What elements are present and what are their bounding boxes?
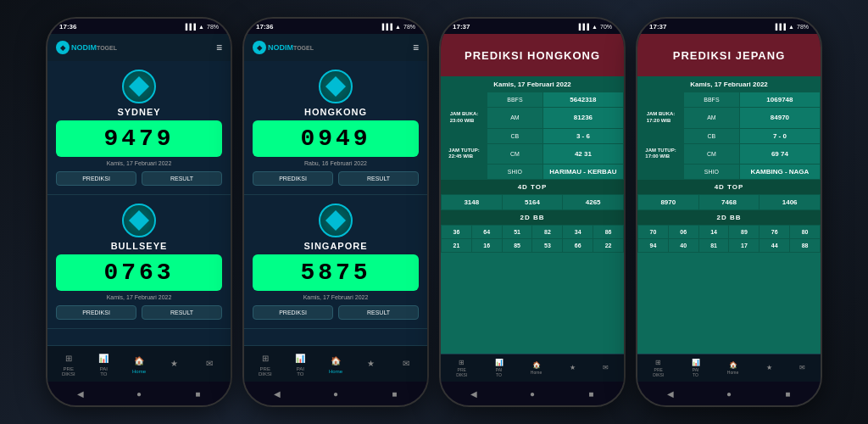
result-button[interactable]: RESULT: [338, 305, 419, 320]
nav-home[interactable]: 🏠 Home: [329, 354, 342, 374]
prediksi-content: Kamis, 17 Februari 2022BBFS1069748JAM BU…: [637, 76, 821, 354]
nav-msg-icon: ✉: [603, 364, 609, 371]
prediksi-button[interactable]: PREDIKSI: [56, 171, 136, 186]
nav-msg-icon: ✉: [399, 356, 413, 370]
nav-fav[interactable]: ★: [364, 356, 378, 371]
pred-empty-label: [637, 129, 684, 143]
4d-top-cell: 8970: [638, 195, 698, 209]
nav-home[interactable]: 🏠 Home: [727, 361, 738, 375]
signal-icon: ▐▐▐: [773, 24, 786, 30]
phone-sydney: 17:36 ▐▐▐ ▲ 78% ◆ NODIMTOGEL ≡ SYDNEY 94…: [46, 17, 232, 407]
back-button[interactable]: ◀: [465, 385, 482, 402]
4d-top-grid: 897074681406: [637, 194, 821, 210]
number-display: 9479: [56, 120, 222, 157]
nav-prediksi-icon: ⊞: [459, 359, 465, 366]
prediksi-button[interactable]: PREDIKSI: [56, 305, 136, 320]
2d-bb-cell: 64: [472, 226, 502, 238]
recent-button[interactable]: ■: [779, 385, 796, 402]
result-number: 9479: [103, 126, 174, 152]
pred-info-row: CB7 - 0: [637, 129, 821, 144]
pred-info-row: BBFS1069748: [637, 92, 821, 108]
nav-prediksi-icon: ⊞: [62, 351, 75, 365]
nav-prediksi[interactable]: ⊞ PRE DIKSI: [62, 351, 75, 377]
result-button[interactable]: RESULT: [142, 305, 222, 320]
game-card: SINGAPORE 5875 Kamis, 17 Februari 2022 P…: [244, 195, 427, 329]
pred-col2: 69 74: [740, 144, 821, 165]
2d-bb-cell: 40: [669, 239, 698, 252]
pred-info-row: BBFS5642318: [441, 92, 624, 108]
pred-col1: BBFS: [487, 92, 543, 107]
status-time: 17:37: [649, 23, 666, 31]
nav-paito[interactable]: 📊 PAI TO: [97, 351, 110, 377]
home-button[interactable]: ●: [327, 385, 344, 402]
pred-info-row: SHIOKAMBING - NAGA: [637, 165, 821, 180]
back-button[interactable]: ◀: [269, 385, 286, 402]
home-button[interactable]: ●: [524, 385, 541, 402]
nav-paito-icon: 📊: [97, 351, 110, 365]
nav-paito-label: PAI TO: [100, 366, 108, 377]
pred-date-bar: Kamis, 17 Februari 2022: [637, 76, 821, 92]
nav-msg[interactable]: ✉: [799, 364, 805, 372]
prediksi-header: PREDIKSI JEPANG: [637, 34, 821, 76]
nav-msg-icon: ✉: [203, 356, 216, 370]
pred-col1: CB: [487, 129, 543, 143]
nav-paito-icon: 📊: [495, 359, 504, 366]
nav-fav-icon: ★: [766, 364, 772, 371]
nav-paito[interactable]: 📊 PAI TO: [692, 359, 700, 377]
pred-date-bar: Kamis, 17 Februari 2022: [441, 76, 624, 92]
2d-bb-header: 2D BB: [637, 210, 821, 225]
nav-paito-label: PAI TO: [693, 367, 699, 377]
recent-button[interactable]: ■: [582, 385, 599, 402]
2d-bb-cell: 44: [760, 239, 789, 252]
back-button[interactable]: ◀: [662, 385, 679, 402]
result-number: 5875: [300, 259, 370, 286]
nav-msg[interactable]: ✉: [399, 356, 413, 371]
prediksi-button[interactable]: PREDIKSI: [253, 305, 333, 320]
4d-top-cell: 5164: [503, 195, 563, 209]
bottom-nav: ⊞ PRE DIKSI 📊 PAI TO 🏠 Home ★ ✉: [441, 354, 624, 382]
nav-home[interactable]: 🏠 Home: [132, 354, 146, 374]
nav-fav[interactable]: ★: [168, 356, 181, 371]
4d-top-cell: 1406: [760, 195, 820, 209]
nav-prediksi[interactable]: ⊞ PRE DIKSI: [456, 359, 467, 377]
nav-home[interactable]: 🏠 Home: [531, 361, 542, 375]
back-button[interactable]: ◀: [72, 385, 89, 402]
pred-info-row: CB3 - 6: [441, 129, 624, 144]
nav-prediksi-label: PRE DIKSI: [653, 367, 664, 377]
pred-col2: KAMBING - NAGA: [740, 165, 821, 179]
nav-msg[interactable]: ✉: [603, 364, 609, 372]
result-number: 0763: [103, 259, 174, 286]
nav-paito[interactable]: 📊 PAI TO: [293, 351, 307, 377]
4d-top-cell: 4265: [563, 195, 623, 209]
logo-label: NODIMTOGEL: [268, 43, 314, 52]
result-button[interactable]: RESULT: [338, 171, 419, 186]
battery-icon: 78%: [797, 24, 809, 30]
home-button[interactable]: ●: [721, 385, 737, 402]
nav-fav[interactable]: ★: [766, 364, 772, 372]
phone-hongkong: 17:36 ▐▐▐ ▲ 78% ◆ NODIMTOGEL ≡ HONGKONG …: [242, 17, 429, 407]
game-icon: [122, 204, 156, 237]
game-date: Kamis, 17 Februari 2022: [107, 294, 172, 300]
pred-col2: 84970: [740, 108, 821, 128]
wifi-icon: ▲: [592, 24, 598, 30]
home-button[interactable]: ●: [131, 385, 147, 402]
2d-bb-cell: 14: [699, 226, 729, 238]
recent-button[interactable]: ■: [386, 385, 403, 402]
nav-prediksi[interactable]: ⊞ PRE DIKSI: [653, 359, 664, 377]
status-right: ▐▐▐ ▲ 78%: [773, 24, 809, 30]
hamburger-menu[interactable]: ≡: [216, 42, 222, 53]
recent-button[interactable]: ■: [189, 385, 206, 402]
nav-fav[interactable]: ★: [570, 364, 576, 372]
nav-msg[interactable]: ✉: [203, 356, 216, 371]
pred-empty-label: [637, 165, 684, 179]
nav-prediksi[interactable]: ⊞ PRE DIKSI: [259, 351, 272, 377]
pred-empty-label: [441, 92, 487, 107]
hamburger-menu[interactable]: ≡: [413, 42, 419, 53]
nav-paito[interactable]: 📊 PAI TO: [495, 359, 504, 377]
result-button[interactable]: RESULT: [142, 171, 222, 186]
pred-col1: CM: [684, 144, 740, 165]
pred-empty-label: [441, 129, 487, 143]
app-header: ◆ NODIMTOGEL ≡: [244, 34, 427, 61]
logo-label: NODIMTOGEL: [71, 43, 117, 52]
prediksi-button[interactable]: PREDIKSI: [253, 171, 333, 186]
